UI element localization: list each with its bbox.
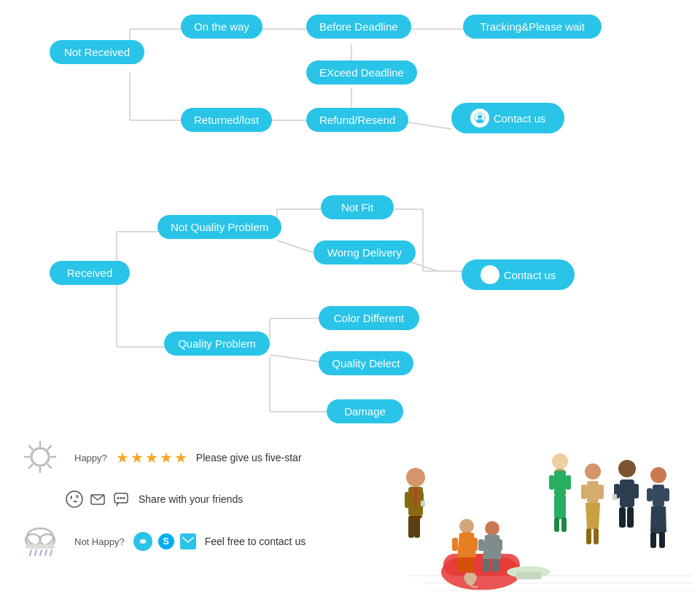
svg-rect-84 bbox=[497, 539, 502, 551]
svg-rect-93 bbox=[587, 481, 599, 503]
svg-point-35 bbox=[31, 448, 49, 466]
bottom-section: Happy? ★ ★ ★ ★ ★ Please give us five-sta… bbox=[0, 430, 700, 599]
sun-icon bbox=[20, 437, 61, 477]
svg-rect-81 bbox=[483, 559, 489, 572]
node-not-fit: Not Fit bbox=[321, 195, 394, 219]
stars-container: ★ ★ ★ ★ ★ bbox=[116, 449, 187, 466]
svg-rect-73 bbox=[421, 501, 425, 506]
info-panel: Happy? ★ ★ ★ ★ ★ Please give us five-sta… bbox=[0, 430, 335, 568]
svg-point-47 bbox=[117, 497, 120, 499]
node-contact-us-1[interactable]: Contact us bbox=[451, 103, 564, 133]
svg-point-44 bbox=[66, 491, 82, 507]
share-text: Share with your friends bbox=[139, 493, 321, 505]
node-wrong-delivery: Worng Delivery bbox=[314, 240, 416, 265]
node-tracking: Tracking&Please wait bbox=[463, 15, 602, 39]
node-exceed-deadline: EXceed Deadline bbox=[306, 60, 417, 85]
star-1: ★ bbox=[116, 449, 129, 466]
svg-rect-88 bbox=[554, 517, 559, 532]
svg-line-40 bbox=[29, 446, 33, 450]
contact-icon-2 bbox=[481, 265, 499, 284]
svg-line-55 bbox=[35, 550, 36, 555]
svg-rect-99 bbox=[620, 479, 634, 507]
email-blue-icon[interactable] bbox=[180, 533, 196, 549]
svg-point-67 bbox=[406, 468, 425, 487]
svg-rect-108 bbox=[659, 532, 665, 548]
happy-label: Happy? bbox=[74, 453, 107, 463]
svg-rect-77 bbox=[466, 557, 473, 572]
svg-rect-110 bbox=[664, 488, 669, 501]
happy-row: Happy? ★ ★ ★ ★ ★ Please give us five-sta… bbox=[15, 437, 321, 477]
node-quality-defect: Quality Delect bbox=[319, 351, 413, 375]
svg-rect-71 bbox=[405, 492, 411, 508]
svg-point-98 bbox=[618, 460, 636, 477]
svg-point-48 bbox=[120, 497, 122, 499]
skype-icon[interactable]: S bbox=[158, 533, 174, 549]
people-scene-svg bbox=[335, 430, 693, 599]
svg-rect-100 bbox=[619, 507, 626, 528]
node-not-received: Not Received bbox=[50, 40, 144, 64]
svg-point-75 bbox=[459, 519, 474, 533]
svg-rect-97 bbox=[598, 485, 604, 499]
svg-rect-94 bbox=[586, 528, 591, 544]
share-icons-container bbox=[66, 490, 130, 508]
phone-icon bbox=[66, 490, 83, 508]
svg-rect-78 bbox=[452, 538, 458, 551]
svg-rect-95 bbox=[594, 528, 599, 544]
svg-rect-31 bbox=[475, 117, 477, 120]
ali-message-icon[interactable] bbox=[133, 532, 152, 551]
svg-rect-53 bbox=[26, 544, 55, 549]
svg-rect-34 bbox=[492, 274, 494, 276]
svg-line-41 bbox=[47, 465, 51, 469]
chat-icon bbox=[112, 490, 130, 508]
svg-rect-103 bbox=[633, 484, 639, 498]
node-not-quality: Not Quality Problem bbox=[158, 215, 281, 239]
node-before-deadline: Before Deadline bbox=[306, 15, 411, 39]
not-happy-row: Not Happy? S bbox=[15, 521, 321, 561]
svg-rect-82 bbox=[492, 559, 499, 572]
svg-point-105 bbox=[650, 467, 666, 483]
cloud-icon-container bbox=[15, 521, 66, 561]
svg-line-43 bbox=[29, 465, 33, 469]
svg-rect-79 bbox=[472, 538, 478, 551]
svg-rect-109 bbox=[647, 488, 653, 501]
email-icon bbox=[89, 490, 106, 508]
svg-point-112 bbox=[466, 579, 475, 585]
svg-rect-89 bbox=[561, 517, 567, 532]
svg-rect-33 bbox=[486, 274, 487, 276]
svg-line-58 bbox=[50, 550, 52, 555]
svg-line-54 bbox=[30, 550, 31, 555]
svg-point-92 bbox=[585, 463, 601, 479]
contact-icons-container: S bbox=[133, 532, 196, 551]
svg-line-57 bbox=[45, 550, 47, 555]
node-quality-problem: Quality Problem bbox=[164, 332, 270, 356]
node-on-the-way: On the way bbox=[181, 15, 262, 39]
people-illustration bbox=[335, 430, 700, 599]
not-happy-label: Not Happy? bbox=[74, 536, 125, 547]
svg-point-29 bbox=[476, 120, 483, 123]
svg-rect-107 bbox=[650, 532, 656, 548]
svg-line-56 bbox=[40, 550, 42, 555]
cloud-rain-icon bbox=[18, 521, 62, 561]
node-returned-lost: Returned/lost bbox=[181, 108, 272, 132]
node-refund-resend: Refund/Resend bbox=[306, 108, 408, 132]
share-row: Share with your friends bbox=[66, 490, 321, 508]
svg-rect-76 bbox=[457, 557, 464, 572]
node-color-different: Color Different bbox=[319, 306, 419, 330]
svg-line-42 bbox=[47, 446, 51, 450]
star-5: ★ bbox=[174, 449, 187, 466]
star-2: ★ bbox=[131, 449, 144, 466]
contact-us-1-label: Contact us bbox=[494, 112, 546, 125]
svg-rect-101 bbox=[627, 507, 634, 528]
svg-rect-90 bbox=[549, 475, 554, 490]
svg-rect-104 bbox=[612, 494, 617, 500]
svg-rect-87 bbox=[554, 471, 566, 496]
node-damage: Damage bbox=[327, 399, 403, 423]
sun-icon-container bbox=[15, 437, 66, 477]
node-received: Received bbox=[50, 261, 130, 285]
svg-rect-106 bbox=[653, 485, 664, 506]
svg-rect-96 bbox=[581, 485, 587, 499]
contact-icon-1 bbox=[470, 109, 489, 128]
contact-text: Feel free to contact us bbox=[205, 536, 321, 547]
svg-rect-66 bbox=[516, 572, 541, 579]
node-contact-us-2[interactable]: Contact us bbox=[462, 259, 575, 290]
